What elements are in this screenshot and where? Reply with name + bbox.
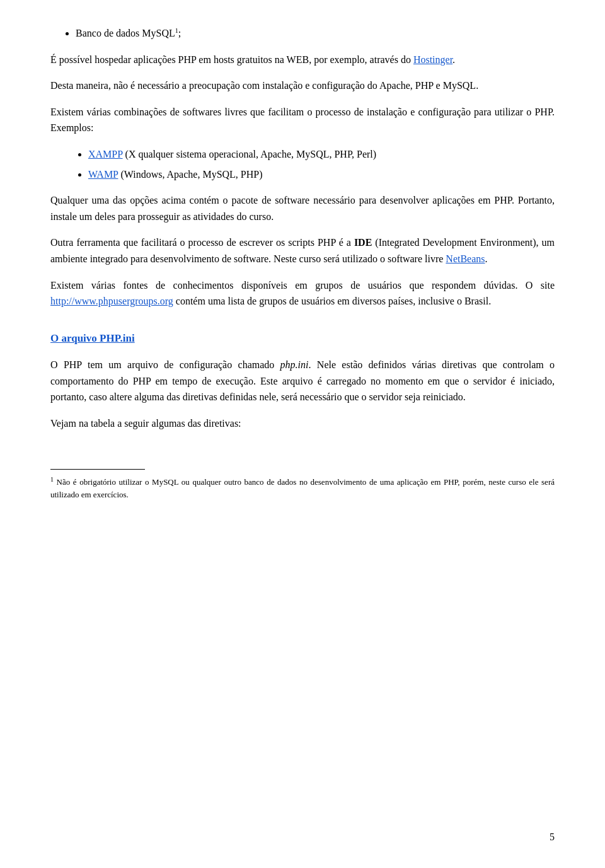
link-netbeans[interactable]: NetBeans [446, 253, 485, 264]
link-wamp[interactable]: WAMP [88, 169, 118, 180]
paragraph-exemplos: Existem várias combinações de softwares … [50, 104, 555, 136]
mysql-text: Banco de dados MySQL [76, 28, 175, 38]
paragraph5-prefix: Outra ferramenta que facilitará o proces… [50, 237, 354, 248]
wamp-text: (Windows, Apache, MySQL, PHP) [118, 169, 262, 180]
paragraph-hosting: É possível hospedar aplicações PHP em ho… [50, 52, 555, 68]
paragraph-desta-maneira: Desta maneira, não é necessário a preocu… [50, 78, 555, 94]
footnote-divider [50, 469, 145, 470]
page: Banco de dados MySQL1; É possível hosped… [0, 0, 605, 868]
paragraph5-suffix: . [485, 253, 488, 264]
paragraph7-prefix: O PHP tem um arquivo de configuração cha… [50, 359, 280, 370]
intro-bullet-list: Banco de dados MySQL1; [76, 25, 555, 42]
paragraph-table-intro: Vejam na tabela a seguir algumas das dir… [50, 415, 555, 432]
list-item-mysql: Banco de dados MySQL1; [76, 25, 555, 42]
main-content: Banco de dados MySQL1; É possível hosped… [50, 25, 555, 431]
page-number: 5 [550, 831, 555, 843]
list-item-wamp: WAMP (Windows, Apache, MySQL, PHP) [88, 166, 555, 183]
footnote-body: Não é obrigatório utilizar o MySQL ou qu… [50, 478, 555, 500]
section-heading-phpini: O arquivo PHP.ini [50, 330, 555, 347]
paragraph1-suffix: . [452, 54, 455, 65]
link-hostinger[interactable]: Hostinger [413, 54, 452, 65]
ide-label: IDE [354, 237, 372, 248]
mysql-suffix: ; [178, 28, 181, 38]
paragraph-ide: Outra ferramenta que facilitará o proces… [50, 234, 555, 267]
footnote-content: 1 Não é obrigatório utilizar o MySQL ou … [50, 475, 555, 501]
xampp-text: (X qualquer sistema operacional, Apache,… [123, 149, 377, 159]
paragraph6-suffix: contém uma lista de grupos de usuários e… [173, 296, 491, 306]
paragraph-usergroups: Existem várias fontes de conhecimentos d… [50, 277, 555, 310]
link-phpusergroups[interactable]: http://www.phpusergroups.org [50, 296, 173, 306]
paragraph1-prefix: É possível hospedar aplicações PHP em ho… [50, 54, 413, 65]
phpini-italic: php.ini [280, 359, 309, 370]
paragraph-phpini-desc: O PHP tem um arquivo de configuração cha… [50, 357, 555, 405]
paragraph6-prefix: Existem várias fontes de conhecimentos d… [50, 280, 555, 291]
paragraph-qualquer: Qualquer uma das opções acima contém o p… [50, 192, 555, 224]
link-xampp[interactable]: XAMPP [88, 149, 123, 159]
list-item-xampp: XAMPP (X qualquer sistema operacional, A… [88, 146, 555, 163]
examples-list: XAMPP (X qualquer sistema operacional, A… [88, 146, 555, 182]
